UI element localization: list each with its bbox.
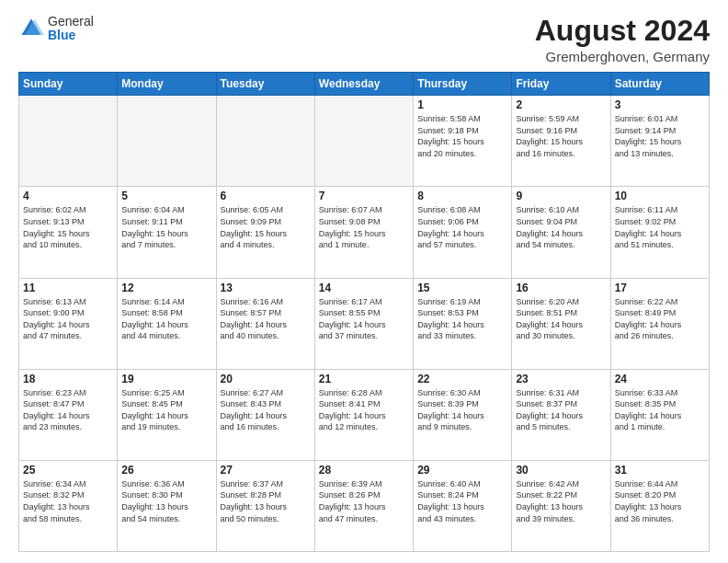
calendar-cell: 31Sunrise: 6:44 AM Sunset: 8:20 PM Dayli… — [610, 460, 709, 551]
day-number: 4 — [23, 190, 113, 202]
calendar-cell: 27Sunrise: 6:37 AM Sunset: 8:28 PM Dayli… — [216, 460, 314, 551]
calendar-cell: 16Sunrise: 6:20 AM Sunset: 8:51 PM Dayli… — [512, 278, 610, 369]
calendar-cell — [19, 96, 118, 187]
logo-icon — [18, 16, 44, 41]
day-info: Sunrise: 6:33 AM Sunset: 8:35 PM Dayligh… — [615, 387, 705, 433]
calendar-cell: 8Sunrise: 6:08 AM Sunset: 9:06 PM Daylig… — [414, 187, 512, 278]
day-number: 15 — [417, 282, 507, 294]
header-sunday: Sunday — [19, 73, 118, 96]
day-number: 8 — [417, 190, 507, 202]
day-info: Sunrise: 6:02 AM Sunset: 9:13 PM Dayligh… — [23, 204, 113, 250]
day-info: Sunrise: 6:04 AM Sunset: 9:11 PM Dayligh… — [121, 204, 211, 250]
day-number: 9 — [516, 190, 606, 202]
day-info: Sunrise: 6:17 AM Sunset: 8:55 PM Dayligh… — [319, 296, 409, 342]
day-number: 19 — [121, 373, 211, 385]
day-number: 5 — [121, 190, 211, 202]
calendar-cell: 30Sunrise: 6:42 AM Sunset: 8:22 PM Dayli… — [512, 460, 610, 551]
week-row-4: 18Sunrise: 6:23 AM Sunset: 8:47 PM Dayli… — [19, 369, 710, 460]
calendar-cell: 7Sunrise: 6:07 AM Sunset: 9:08 PM Daylig… — [314, 187, 413, 278]
day-number: 7 — [319, 190, 409, 202]
calendar-cell: 21Sunrise: 6:28 AM Sunset: 8:41 PM Dayli… — [314, 369, 413, 460]
day-info: Sunrise: 6:36 AM Sunset: 8:30 PM Dayligh… — [121, 478, 211, 524]
day-info: Sunrise: 6:19 AM Sunset: 8:53 PM Dayligh… — [417, 296, 507, 342]
calendar-cell: 1Sunrise: 5:58 AM Sunset: 9:18 PM Daylig… — [414, 96, 512, 187]
calendar-cell: 2Sunrise: 5:59 AM Sunset: 9:16 PM Daylig… — [512, 96, 610, 187]
day-info: Sunrise: 6:10 AM Sunset: 9:04 PM Dayligh… — [516, 204, 606, 250]
day-number: 14 — [319, 282, 409, 294]
day-info: Sunrise: 6:23 AM Sunset: 8:47 PM Dayligh… — [23, 387, 113, 433]
day-number: 28 — [319, 464, 409, 477]
day-number: 24 — [615, 373, 705, 385]
calendar-cell: 28Sunrise: 6:39 AM Sunset: 8:26 PM Dayli… — [314, 460, 413, 551]
calendar-cell — [216, 96, 314, 187]
header-thursday: Thursday — [414, 73, 512, 96]
day-info: Sunrise: 6:14 AM Sunset: 8:58 PM Dayligh… — [121, 296, 211, 342]
header-friday: Friday — [512, 73, 610, 96]
header-monday: Monday — [118, 73, 216, 96]
logo-general-text: General — [48, 15, 94, 29]
day-number: 16 — [516, 282, 606, 294]
day-info: Sunrise: 6:07 AM Sunset: 9:08 PM Dayligh… — [319, 204, 409, 250]
day-number: 26 — [121, 464, 211, 477]
day-number: 10 — [615, 190, 705, 202]
calendar-cell — [314, 96, 413, 187]
calendar-table: Sunday Monday Tuesday Wednesday Thursday… — [18, 72, 710, 552]
day-info: Sunrise: 6:11 AM Sunset: 9:02 PM Dayligh… — [615, 204, 705, 250]
day-number: 2 — [516, 98, 606, 111]
calendar-cell: 9Sunrise: 6:10 AM Sunset: 9:04 PM Daylig… — [512, 187, 610, 278]
calendar-cell: 11Sunrise: 6:13 AM Sunset: 9:00 PM Dayli… — [19, 278, 118, 369]
day-number: 23 — [516, 373, 606, 385]
day-info: Sunrise: 6:16 AM Sunset: 8:57 PM Dayligh… — [221, 296, 311, 342]
calendar-cell: 4Sunrise: 6:02 AM Sunset: 9:13 PM Daylig… — [19, 187, 118, 278]
calendar-cell: 24Sunrise: 6:33 AM Sunset: 8:35 PM Dayli… — [610, 369, 709, 460]
header-wednesday: Wednesday — [314, 73, 413, 96]
calendar-cell: 5Sunrise: 6:04 AM Sunset: 9:11 PM Daylig… — [118, 187, 216, 278]
day-info: Sunrise: 6:37 AM Sunset: 8:28 PM Dayligh… — [221, 478, 311, 524]
calendar-cell: 26Sunrise: 6:36 AM Sunset: 8:30 PM Dayli… — [118, 460, 216, 551]
calendar-cell: 19Sunrise: 6:25 AM Sunset: 8:45 PM Dayli… — [118, 369, 216, 460]
calendar-cell: 3Sunrise: 6:01 AM Sunset: 9:14 PM Daylig… — [610, 96, 709, 187]
weekday-header-row: Sunday Monday Tuesday Wednesday Thursday… — [19, 73, 710, 96]
calendar-cell: 14Sunrise: 6:17 AM Sunset: 8:55 PM Dayli… — [314, 278, 413, 369]
week-row-5: 25Sunrise: 6:34 AM Sunset: 8:32 PM Dayli… — [19, 460, 710, 551]
day-info: Sunrise: 6:34 AM Sunset: 8:32 PM Dayligh… — [23, 478, 113, 524]
day-info: Sunrise: 6:05 AM Sunset: 9:09 PM Dayligh… — [221, 204, 311, 250]
week-row-3: 11Sunrise: 6:13 AM Sunset: 9:00 PM Dayli… — [19, 278, 710, 369]
day-number: 12 — [121, 282, 211, 294]
page: General Blue August 2024 Gremberghoven, … — [0, 0, 728, 563]
calendar-cell: 10Sunrise: 6:11 AM Sunset: 9:02 PM Dayli… — [610, 187, 709, 278]
day-info: Sunrise: 6:31 AM Sunset: 8:37 PM Dayligh… — [516, 387, 606, 433]
calendar-cell: 15Sunrise: 6:19 AM Sunset: 8:53 PM Dayli… — [414, 278, 512, 369]
day-info: Sunrise: 6:28 AM Sunset: 8:41 PM Dayligh… — [319, 387, 409, 433]
day-info: Sunrise: 5:59 AM Sunset: 9:16 PM Dayligh… — [516, 113, 606, 159]
week-row-1: 1Sunrise: 5:58 AM Sunset: 9:18 PM Daylig… — [19, 96, 710, 187]
day-number: 1 — [417, 98, 507, 111]
day-number: 27 — [221, 464, 311, 477]
day-info: Sunrise: 6:40 AM Sunset: 8:24 PM Dayligh… — [417, 478, 507, 524]
day-number: 3 — [615, 98, 705, 111]
logo-blue-text: Blue — [48, 29, 94, 42]
calendar-cell: 20Sunrise: 6:27 AM Sunset: 8:43 PM Dayli… — [216, 369, 314, 460]
day-info: Sunrise: 6:20 AM Sunset: 8:51 PM Dayligh… — [516, 296, 606, 342]
month-title: August 2024 — [535, 15, 710, 47]
calendar-cell: 29Sunrise: 6:40 AM Sunset: 8:24 PM Dayli… — [414, 460, 512, 551]
day-info: Sunrise: 5:58 AM Sunset: 9:18 PM Dayligh… — [417, 113, 507, 159]
day-number: 17 — [615, 282, 705, 294]
day-number: 13 — [221, 282, 311, 294]
header-saturday: Saturday — [610, 73, 709, 96]
calendar-cell — [118, 96, 216, 187]
day-number: 25 — [23, 464, 113, 477]
calendar-cell: 12Sunrise: 6:14 AM Sunset: 8:58 PM Dayli… — [118, 278, 216, 369]
week-row-2: 4Sunrise: 6:02 AM Sunset: 9:13 PM Daylig… — [19, 187, 710, 278]
calendar-cell: 6Sunrise: 6:05 AM Sunset: 9:09 PM Daylig… — [216, 187, 314, 278]
day-info: Sunrise: 6:42 AM Sunset: 8:22 PM Dayligh… — [516, 478, 606, 524]
day-info: Sunrise: 6:25 AM Sunset: 8:45 PM Dayligh… — [121, 387, 211, 433]
location-title: Gremberghoven, Germany — [535, 49, 710, 64]
day-number: 29 — [417, 464, 507, 477]
calendar-cell: 23Sunrise: 6:31 AM Sunset: 8:37 PM Dayli… — [512, 369, 610, 460]
day-info: Sunrise: 6:39 AM Sunset: 8:26 PM Dayligh… — [319, 478, 409, 524]
day-info: Sunrise: 6:22 AM Sunset: 8:49 PM Dayligh… — [615, 296, 705, 342]
calendar-cell: 22Sunrise: 6:30 AM Sunset: 8:39 PM Dayli… — [414, 369, 512, 460]
calendar-cell: 17Sunrise: 6:22 AM Sunset: 8:49 PM Dayli… — [610, 278, 709, 369]
day-number: 31 — [615, 464, 705, 477]
